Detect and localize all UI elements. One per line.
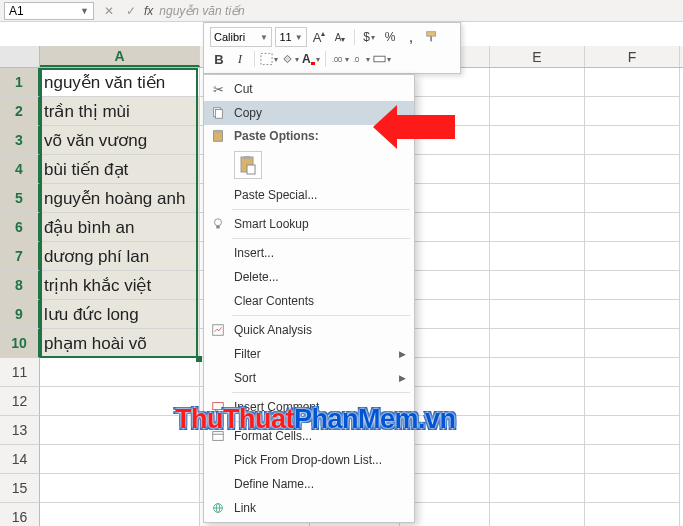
fill-color-button[interactable]: ▾	[281, 49, 299, 69]
cell[interactable]	[490, 242, 585, 271]
fx-icon[interactable]: fx	[144, 4, 153, 18]
cell[interactable]	[585, 271, 680, 300]
cell[interactable]	[585, 155, 680, 184]
column-header-E[interactable]: E	[490, 46, 585, 67]
cell[interactable]	[585, 416, 680, 445]
menu-quick-analysis[interactable]: Quick Analysis	[204, 318, 414, 342]
cell[interactable]: trịnh khắc việt	[40, 271, 200, 300]
cell[interactable]	[490, 445, 585, 474]
row-header[interactable]: 6	[0, 213, 40, 242]
row-header[interactable]: 5	[0, 184, 40, 213]
cell[interactable]	[40, 474, 200, 503]
cell[interactable]: trần thị mùi	[40, 97, 200, 126]
cell[interactable]	[490, 416, 585, 445]
cell[interactable]: lưu đức long	[40, 300, 200, 329]
row-header[interactable]: 1	[0, 68, 40, 97]
menu-smart-lookup[interactable]: Smart Lookup	[204, 212, 414, 236]
menu-cut[interactable]: ✂ Cut	[204, 77, 414, 101]
column-header-F[interactable]: F	[585, 46, 680, 67]
merge-button[interactable]: ▾	[373, 49, 391, 69]
percent-button[interactable]: %	[381, 27, 399, 47]
row-header[interactable]: 11	[0, 358, 40, 387]
row-header[interactable]: 8	[0, 271, 40, 300]
cell[interactable]	[490, 97, 585, 126]
cell[interactable]	[585, 97, 680, 126]
cell[interactable]: dương phí lan	[40, 242, 200, 271]
paste-option-default[interactable]	[234, 151, 262, 179]
menu-define-name[interactable]: Define Name...	[204, 472, 414, 496]
cell[interactable]: đậu bình an	[40, 213, 200, 242]
chevron-down-icon[interactable]: ▼	[80, 6, 89, 16]
menu-clear-contents[interactable]: Clear Contents	[204, 289, 414, 313]
cell[interactable]	[585, 300, 680, 329]
cell[interactable]	[40, 358, 200, 387]
format-painter-button[interactable]	[423, 27, 441, 47]
row-header[interactable]: 14	[0, 445, 40, 474]
cell[interactable]	[490, 271, 585, 300]
row-header[interactable]: 10	[0, 329, 40, 358]
row-header[interactable]: 13	[0, 416, 40, 445]
cell[interactable]	[490, 358, 585, 387]
menu-filter[interactable]: Filter ▶	[204, 342, 414, 366]
menu-delete[interactable]: Delete...	[204, 265, 414, 289]
borders-button[interactable]: ▾	[260, 49, 278, 69]
cell[interactable]	[490, 387, 585, 416]
cell[interactable]	[585, 503, 680, 526]
row-header[interactable]: 15	[0, 474, 40, 503]
menu-insert[interactable]: Insert...	[204, 241, 414, 265]
cell[interactable]	[490, 474, 585, 503]
increase-font-button[interactable]: A▴	[310, 27, 328, 47]
cell[interactable]	[490, 184, 585, 213]
menu-sort[interactable]: Sort ▶	[204, 366, 414, 390]
font-size-selector[interactable]: 11▼	[275, 27, 307, 47]
cell[interactable]	[585, 68, 680, 97]
cell[interactable]	[490, 329, 585, 358]
comma-button[interactable]: ,	[402, 27, 420, 47]
currency-button[interactable]: $▾	[360, 27, 378, 47]
decrease-font-button[interactable]: A▾	[331, 27, 349, 47]
cell[interactable]	[490, 155, 585, 184]
font-color-button[interactable]: A▾	[302, 49, 320, 69]
cell[interactable]	[490, 126, 585, 155]
cell[interactable]	[585, 474, 680, 503]
cell[interactable]	[490, 503, 585, 526]
name-box[interactable]: A1 ▼	[4, 2, 94, 20]
cell[interactable]	[40, 503, 200, 526]
italic-button[interactable]: I	[231, 49, 249, 69]
cell[interactable]: bùi tiến đạt	[40, 155, 200, 184]
cell[interactable]	[585, 445, 680, 474]
cell[interactable]	[585, 242, 680, 271]
menu-link[interactable]: Link	[204, 496, 414, 520]
row-header[interactable]: 2	[0, 97, 40, 126]
formula-bar-value[interactable]: nguyễn văn tiến	[159, 4, 244, 18]
cell[interactable]	[585, 184, 680, 213]
cell[interactable]: nguyễn văn tiến	[40, 68, 200, 97]
row-header[interactable]: 7	[0, 242, 40, 271]
menu-pick-from-list[interactable]: Pick From Drop-down List...	[204, 448, 414, 472]
decimal-increase-button[interactable]: .0▾	[352, 49, 370, 69]
select-all-corner[interactable]	[0, 46, 40, 67]
cell[interactable]	[585, 126, 680, 155]
cell[interactable]	[490, 213, 585, 242]
bold-button[interactable]: B	[210, 49, 228, 69]
cell[interactable]: phạm hoài võ	[40, 329, 200, 358]
selection-fill-handle[interactable]	[196, 356, 202, 362]
cell[interactable]: võ văn vương	[40, 126, 200, 155]
cell[interactable]	[40, 445, 200, 474]
menu-paste-special[interactable]: Paste Special...	[204, 183, 414, 207]
cell[interactable]	[585, 358, 680, 387]
row-header[interactable]: 3	[0, 126, 40, 155]
cell[interactable]	[490, 300, 585, 329]
cell[interactable]	[490, 68, 585, 97]
cell[interactable]	[585, 329, 680, 358]
row-header[interactable]: 16	[0, 503, 40, 526]
cell[interactable]: nguyễn hoàng anh	[40, 184, 200, 213]
column-header-A[interactable]: A	[40, 46, 200, 67]
row-header[interactable]: 9	[0, 300, 40, 329]
font-name-selector[interactable]: Calibri▼	[210, 27, 272, 47]
decimal-decrease-button[interactable]: .00▾	[331, 49, 349, 69]
row-header[interactable]: 4	[0, 155, 40, 184]
cell[interactable]	[585, 387, 680, 416]
row-header[interactable]: 12	[0, 387, 40, 416]
cell[interactable]	[585, 213, 680, 242]
